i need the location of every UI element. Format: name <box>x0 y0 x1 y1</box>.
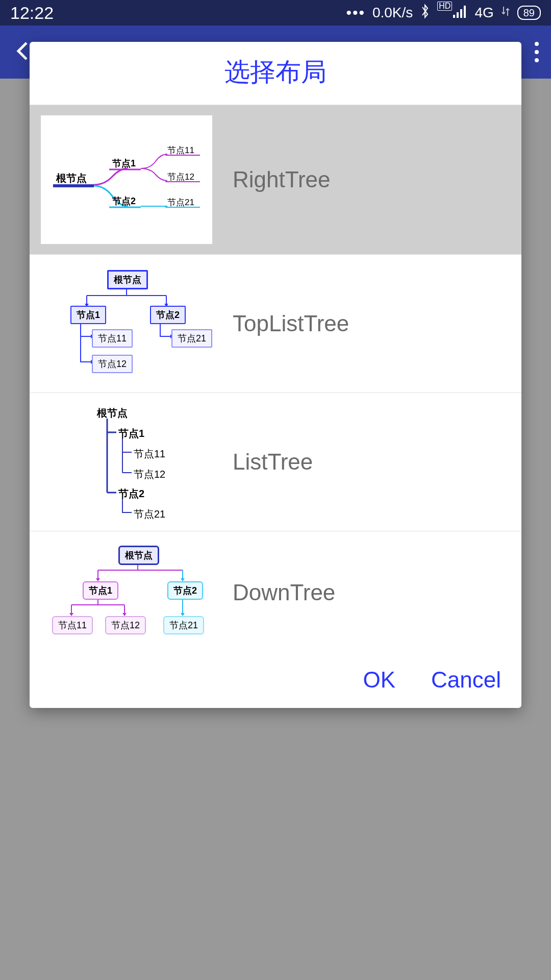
svg-text:节点12: 节点12 <box>167 172 194 182</box>
signal-icon <box>452 5 467 21</box>
ok-button[interactable]: OK <box>363 667 395 693</box>
network-speed: 0.0K/s <box>372 5 413 21</box>
layout-option-righttree[interactable]: 根节点 节点1 节点11 节点12 节点2 <box>30 105 521 255</box>
status-time: 12:22 <box>10 3 346 23</box>
status-bar: 12:22 ••• 0.0K/s HD 4G 89 <box>0 0 551 26</box>
layout-option-label: TopListTree <box>212 311 510 336</box>
overflow-menu-icon[interactable] <box>535 42 539 62</box>
cancel-button[interactable]: Cancel <box>431 667 501 693</box>
layout-options-list: 根节点 节点1 节点11 节点12 节点2 <box>30 105 521 654</box>
hd-icon: HD <box>437 2 452 11</box>
network-type: 4G <box>474 5 493 21</box>
dialog-title: 选择布局 <box>30 42 521 105</box>
thumbnail-righttree: 根节点 节点1 节点11 节点12 节点2 <box>41 115 212 244</box>
layout-option-downtree[interactable]: 根节点 节点1 节点2 节点11 节点12 节点21 DownTree <box>30 531 521 654</box>
svg-text:节点2: 节点2 <box>112 196 136 206</box>
layout-option-label: ListTree <box>212 449 510 475</box>
layout-option-listtree[interactable]: 根节点 节点1 节点11 节点12 节点2 节点21 ListTree <box>30 393 521 531</box>
svg-text:节点11: 节点11 <box>167 145 194 155</box>
thumbnail-listtree: 根节点 节点1 节点11 节点12 节点2 节点21 <box>41 403 212 521</box>
data-arrows-icon <box>501 5 510 21</box>
layout-option-label: RightTree <box>212 167 510 192</box>
thumbnail-downtree: 根节点 节点1 节点2 节点11 节点12 节点21 <box>41 542 212 644</box>
layout-option-toplisttree[interactable]: 根节点 节点1 节点2 节点11 节点12 节点21 TopListTree <box>30 255 521 393</box>
battery-icon: 89 <box>517 6 541 20</box>
thumbnail-toplisttree: 根节点 节点1 节点2 节点11 节点12 节点21 <box>41 265 212 382</box>
svg-text:节点21: 节点21 <box>167 198 194 207</box>
more-indicator-icon: ••• <box>346 4 365 21</box>
dialog-actions: OK Cancel <box>30 654 521 708</box>
layout-dialog: 选择布局 根节点 节点1 节点11 节 <box>30 42 521 708</box>
bluetooth-icon <box>420 3 430 23</box>
layout-option-label: DownTree <box>212 580 510 605</box>
svg-text:根节点: 根节点 <box>56 173 87 184</box>
svg-text:节点1: 节点1 <box>112 158 136 168</box>
